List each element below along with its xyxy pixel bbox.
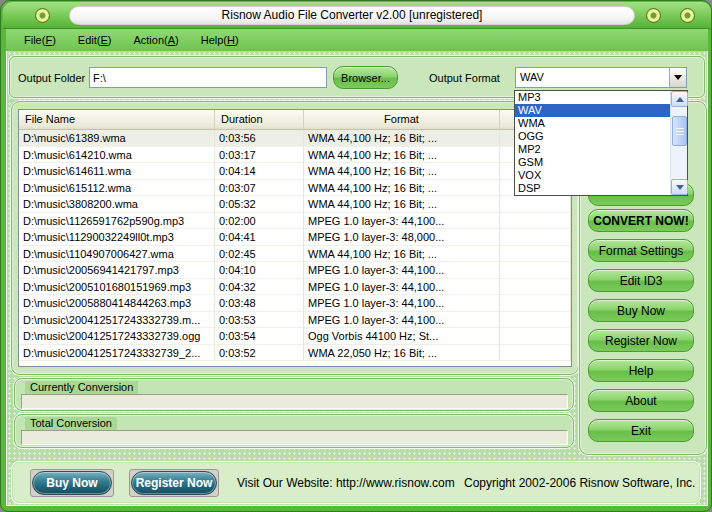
website-text: Visit Our Website: http://www.risnow.com (237, 470, 455, 497)
dropdown-option-wma[interactable]: WMA (515, 117, 670, 130)
dropdown-option-vox[interactable]: VOX (515, 169, 670, 182)
output-folder-input[interactable] (89, 67, 327, 88)
scroll-up-button[interactable] (671, 91, 688, 107)
cell-blank (500, 279, 571, 296)
minimize-icon[interactable] (646, 8, 661, 23)
app-window: Risnow Audio File Converter v2.00 [unreg… (0, 0, 712, 512)
footer-register-now-label: Register Now (131, 471, 217, 495)
table-row[interactable]: D:\music\614210.wma0:03:17WMA 44,100 Hz;… (19, 147, 571, 164)
footer-register-now-button[interactable]: Register Now (129, 469, 219, 497)
currently-conversion-label: Currently Conversion (25, 381, 138, 394)
table-row[interactable]: D:\music\200412517243332739_2...0:03:52W… (19, 345, 571, 362)
format-dropdown-list-items: MP3WAVWMAOGGMP2GSMVOXDSP (515, 91, 670, 195)
table-row[interactable]: D:\music\2005101680151969.mp30:04:32MPEG… (19, 279, 571, 296)
titlebar: Risnow Audio File Converter v2.00 [unreg… (3, 2, 711, 29)
header-duration[interactable]: Duration (215, 110, 304, 130)
help-button[interactable]: Help (588, 359, 694, 382)
edit-id3-button[interactable]: Edit ID3 (588, 269, 694, 292)
cell-duration: 0:02:45 (215, 246, 304, 263)
combobox-selected-value: WAV (520, 68, 544, 87)
convert-now-button[interactable]: CONVERT NOW! (588, 209, 694, 232)
cell-format: MPEG 1.0 layer-3: 44,100... (304, 312, 500, 329)
dropdown-option-wav[interactable]: WAV (515, 104, 670, 117)
cell-file: D:\music\200412517243332739.m... (19, 312, 215, 329)
cell-blank (500, 295, 571, 312)
cell-file: D:\music\11290032249ll0t.mp3 (19, 229, 215, 246)
system-menu-icon[interactable] (35, 8, 50, 23)
chevron-down-icon (674, 75, 682, 80)
dropdown-option-dsp[interactable]: DSP (515, 182, 670, 195)
cell-format: WMA 44,100 Hz; 16 Bit; ... (304, 180, 500, 197)
dropdown-option-mp3[interactable]: MP3 (515, 91, 670, 104)
menu-help[interactable]: Help(H) (201, 34, 239, 46)
chevron-down-icon (676, 185, 684, 190)
menu-file[interactable]: File(F) (24, 34, 56, 46)
table-row[interactable]: D:\music\200412517243332739.ogg0:03:54Og… (19, 328, 571, 345)
file-table: File Name Duration Format D:\music\61389… (18, 109, 572, 367)
chevron-up-icon (676, 97, 684, 102)
cell-format: MPEG 1.0 layer-3: 44,100... (304, 213, 500, 230)
cell-format: MPEG 1.0 layer-3: 44,100... (304, 295, 500, 312)
cell-duration: 0:05:32 (215, 196, 304, 213)
cell-file: D:\music\3808200.wma (19, 196, 215, 213)
table-row[interactable]: D:\music\614611.wma0:04:14WMA 44,100 Hz;… (19, 163, 571, 180)
combobox-dropdown-button[interactable] (669, 68, 686, 87)
table-row[interactable]: D:\music\2005880414844263.mp30:03:48MPEG… (19, 295, 571, 312)
total-conversion-group: Total Conversion (14, 414, 574, 448)
dropdown-option-ogg[interactable]: OGG (515, 130, 670, 143)
close-icon[interactable] (680, 8, 695, 23)
file-table-body: D:\music\61389.wma0:03:56WMA 44,100 Hz; … (19, 130, 571, 361)
cell-blank (500, 213, 571, 230)
menu-action[interactable]: Action(A) (133, 34, 178, 46)
table-row[interactable]: D:\music\3808200.wma0:05:32WMA 44,100 Hz… (19, 196, 571, 213)
browser-button[interactable]: Browser... (333, 66, 398, 89)
menu-edit[interactable]: Edit(E) (78, 34, 112, 46)
currently-conversion-group: Currently Conversion (14, 378, 574, 411)
table-row[interactable]: D:\music\200412517243332739.m...0:03:53M… (19, 312, 571, 329)
cell-file: D:\music\61389.wma (19, 130, 215, 147)
dropdown-scrollbar[interactable] (670, 91, 687, 195)
total-conversion-label: Total Conversion (25, 417, 117, 430)
cell-file: D:\music\1104907006427.wma (19, 246, 215, 263)
format-settings-button[interactable]: Format Settings (588, 239, 694, 262)
copyright-text: Copyright 2002-2006 Risnow Software, Inc… (464, 470, 695, 497)
total-conversion-progressbar (21, 430, 568, 445)
format-dropdown-list: MP3WAVWMAOGGMP2GSMVOXDSP (514, 90, 688, 196)
footer-bar: Buy Now Register Now Visit Our Website: … (11, 461, 701, 504)
cell-duration: 0:03:56 (215, 130, 304, 147)
footer-buy-now-label: Buy Now (32, 471, 112, 495)
window-title: Risnow Audio File Converter v2.00 [unreg… (69, 6, 635, 25)
output-format-label: Output Format (429, 67, 500, 89)
footer-buy-now-button[interactable]: Buy Now (30, 469, 114, 497)
cell-file: D:\music\615112.wma (19, 180, 215, 197)
table-row[interactable]: D:\music\11290032249ll0t.mp30:04:41MPEG … (19, 229, 571, 246)
table-row[interactable]: D:\music\61389.wma0:03:56WMA 44,100 Hz; … (19, 130, 571, 147)
scrollbar-thumb[interactable] (672, 116, 687, 146)
dropdown-option-mp2[interactable]: MP2 (515, 143, 670, 156)
cell-blank (500, 262, 571, 279)
table-row[interactable]: D:\music\1104907006427.wma0:02:45WMA 44,… (19, 246, 571, 263)
cell-format: WMA 44,100 Hz; 16 Bit; ... (304, 163, 500, 180)
cell-duration: 0:04:32 (215, 279, 304, 296)
about-button[interactable]: About (588, 389, 694, 412)
table-row[interactable]: D:\music\1126591762p590g.mp30:02:00MPEG … (19, 213, 571, 230)
output-format-combobox[interactable]: WAV (515, 67, 687, 88)
cell-format: WMA 44,100 Hz; 16 Bit; ... (304, 246, 500, 263)
menubar: File(F) Edit(E) Action(A) Help(H) (6, 29, 708, 51)
cell-blank (500, 229, 571, 246)
cell-file: D:\music\2005101680151969.mp3 (19, 279, 215, 296)
table-row[interactable]: D:\music\615112.wma0:03:07WMA 44,100 Hz;… (19, 180, 571, 197)
cell-blank (500, 312, 571, 329)
buy-now-button[interactable]: Buy Now (588, 299, 694, 322)
cell-format: MPEG 1.0 layer-3: 44,100... (304, 279, 500, 296)
cell-file: D:\music\200412517243332739_2... (19, 345, 215, 362)
cell-file: D:\music\614611.wma (19, 163, 215, 180)
header-file-name[interactable]: File Name (19, 110, 215, 130)
header-format[interactable]: Format (304, 110, 500, 130)
cell-duration: 0:03:54 (215, 328, 304, 345)
dropdown-option-gsm[interactable]: GSM (515, 156, 670, 169)
register-now-button[interactable]: Register Now (588, 329, 694, 352)
exit-button[interactable]: Exit (588, 419, 694, 442)
table-row[interactable]: D:\music\20056941421797.mp30:04:10MPEG 1… (19, 262, 571, 279)
scroll-down-button[interactable] (671, 179, 688, 195)
